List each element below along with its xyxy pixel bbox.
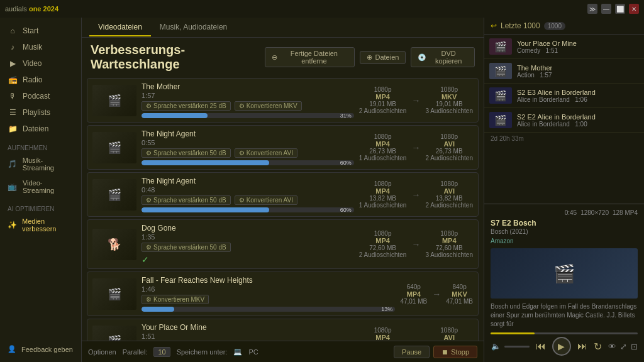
- right-panel-title: Letzte 1000: [501, 21, 540, 30]
- dvd-kopieren-button[interactable]: 💿 DVD kopieren: [411, 47, 475, 67]
- sidebar-item-video[interactable]: ▶ Video: [0, 55, 81, 72]
- recent-title: S2 E2 Alice in Borderland: [517, 113, 639, 121]
- thumb-placeholder: 🎬: [92, 326, 136, 341]
- section-ai: AI OPTIMIEREN: [0, 200, 81, 214]
- dvd-icon: 💿: [418, 53, 426, 62]
- folder-icon: 📁: [8, 124, 18, 133]
- player-repeat-button[interactable]: ↻: [594, 341, 602, 353]
- tab-musik-audiodateien[interactable]: Musik, Audiodateien: [151, 19, 236, 36]
- player-extra: 👁 ⤢ ⊡: [608, 342, 638, 351]
- parallel-value[interactable]: 10: [153, 347, 170, 357]
- op-badge: ⚙Sprache verstärken 50 dB: [142, 195, 231, 205]
- sidebar-item-start[interactable]: ⌂ Start: [0, 23, 81, 39]
- progress-label: 13%: [381, 306, 392, 312]
- spec-dest: 1080p MKV 19,01 MB 3 Audioschichten: [425, 86, 473, 114]
- cast-icon[interactable]: ⊡: [631, 342, 638, 351]
- sidebar-item-musik[interactable]: ♪ Musik: [0, 39, 81, 55]
- bottom-bar: Optionen Parallel: 10 Speichern unter: 💻…: [82, 341, 484, 362]
- spec-source: 640p MP4 47,01 MB: [400, 283, 427, 305]
- recent-item[interactable]: 🎬 S2 E2 Alice in Borderland Alice in Bor…: [484, 108, 644, 133]
- sidebar-item-video-streaming[interactable]: 📺 Video-Streaming: [0, 175, 81, 198]
- progress-fill: [142, 207, 269, 212]
- queue-item: 🎬 Your Place Or Mine 1:51 ⚙Sprache verst…: [87, 319, 479, 341]
- sidebar-item-medien-verbessern[interactable]: ✨ Medien verbessern: [0, 214, 81, 236]
- queue-specs: 1080p MP4 26,73 MB 1 Audioschichten → 10…: [359, 133, 473, 162]
- time-label: 2d 20h 33m: [484, 133, 644, 145]
- progress-fill: [142, 113, 208, 118]
- expand-button[interactable]: ≫: [587, 4, 597, 14]
- op-icon: ⚙: [239, 150, 245, 156]
- player-next-button[interactable]: ⏭: [577, 341, 587, 352]
- fertige-entfernen-button[interactable]: ⊖ Fertige Dateien entferne: [265, 47, 355, 67]
- recent-icon: ↩: [491, 21, 497, 30]
- eye-icon: 👁: [608, 342, 616, 351]
- dateien-button[interactable]: ⊕ Dateien: [360, 51, 406, 64]
- spec-arrow: →: [411, 96, 420, 106]
- queue-item-info: Dog Gone 1:35 ⚙Sprache verstärken 50 dB …: [142, 224, 354, 265]
- queue-item-ops: ⚙Sprache verstärken 50 dB ⚙Konvertieren …: [142, 195, 354, 205]
- playlist-icon: ☰: [8, 108, 18, 117]
- recent-item[interactable]: 🎬 S2 E3 Alice in Borderland Alice in Bor…: [484, 84, 644, 108]
- op-badge: ⚙Konvertieren MKV: [235, 101, 302, 111]
- op-badge: ⚙Konvertieren MKV: [142, 295, 209, 304]
- recent-subtitle: Alice in Borderland 1:00: [517, 121, 639, 128]
- pause-button[interactable]: Pause: [394, 346, 430, 358]
- queue-item: 🎬 Fall - Fear Reaches New Heights 1:46 ⚙…: [87, 272, 479, 316]
- queue-item-title: Your Place Or Mine: [142, 323, 354, 332]
- queue-thumbnail: 🎬: [92, 179, 136, 211]
- player-title: S7 E2 Bosch: [491, 219, 638, 228]
- sidebar-item-dateien[interactable]: 📁 Dateien: [0, 121, 81, 137]
- minus-circle-icon: ⊖: [272, 53, 277, 62]
- queue-list: 🎬 The Mother 1:57 ⚙Sprache verstärken 25…: [82, 75, 484, 341]
- spec-source: 1080p MP4 28,44 MB 1 Audioschichten: [359, 327, 407, 341]
- queue-item-title: Fall - Fear Reaches New Heights: [142, 276, 395, 285]
- queue-header: Verbesserungs-Warteschlange ⊖ Fertige Da…: [82, 38, 484, 75]
- progress-fill: [142, 307, 174, 312]
- recent-item[interactable]: 🎬 Your Place Or Mine Comedy 1:51: [484, 35, 644, 59]
- volume-bar[interactable]: [504, 346, 530, 348]
- save-destination: PC: [248, 348, 258, 356]
- sidebar-item-radio[interactable]: 📻 Radio: [0, 72, 81, 88]
- sidebar: ⌂ Start ♪ Musik ▶ Video 📻 Radio 🎙 Podcas…: [0, 18, 82, 362]
- queue-item-title: The Night Agent: [142, 177, 354, 185]
- spec-source: 1080p MP4 26,73 MB 1 Audioschichten: [359, 133, 407, 162]
- recent-thumbnail: 🎬: [489, 38, 512, 55]
- queue-item-ops: ⚙Sprache verstärken 50 dB ⚙Konvertieren …: [142, 148, 354, 158]
- fullscreen-icon[interactable]: ⤢: [620, 342, 627, 351]
- tab-videodateien[interactable]: Videodateien: [89, 19, 151, 36]
- op-icon: ⚙: [146, 150, 152, 156]
- sidebar-item-musik-streaming[interactable]: 🎵 Musik-Streaming: [0, 153, 81, 175]
- player-play-button[interactable]: ▶: [552, 337, 571, 356]
- player-resolution: 1280×720: [580, 209, 609, 216]
- progress-label: 60%: [340, 207, 352, 213]
- radio-icon: 📻: [8, 75, 18, 84]
- queue-thumbnail: 🎬: [92, 132, 136, 163]
- sidebar-item-playlists[interactable]: ☰ Playlists: [0, 104, 81, 121]
- spec-arrow: →: [432, 289, 441, 299]
- op-icon: ⚙: [239, 102, 245, 109]
- sidebar-item-podcast[interactable]: 🎙 Podcast: [0, 88, 81, 104]
- queue-item-ops: ⚙Sprache verstärken 50 dB: [142, 243, 354, 252]
- queue-item-duration: 1:46: [142, 285, 395, 293]
- bottom-right: Pause ⏹ Stopp: [394, 346, 477, 358]
- app-title: audials one 2024: [5, 5, 58, 13]
- player-source: Amazon: [491, 238, 638, 244]
- feedback-icon: 👤: [8, 345, 16, 353]
- recent-item[interactable]: 🎬 The Mother Action 1:57: [484, 59, 644, 84]
- close-button[interactable]: ✕: [629, 4, 639, 14]
- recent-info: S2 E3 Alice in Borderland Alice in Borde…: [517, 89, 639, 103]
- sidebar-feedback[interactable]: 👤 Feedback geben: [0, 341, 81, 357]
- plus-circle-icon: ⊕: [367, 53, 372, 62]
- main-content: Videodateien Musik, Audiodateien Verbess…: [82, 18, 484, 362]
- maximize-button[interactable]: ⬜: [615, 4, 625, 14]
- player-prev-button[interactable]: ⏮: [536, 341, 546, 352]
- queue-item-info: The Night Agent 0:55 ⚙Sprache verstärken…: [142, 129, 354, 165]
- stop-button[interactable]: ⏹ Stopp: [433, 346, 477, 358]
- spec-dest: 1080p AVI 13,82 MB 2 Audioschichten: [425, 180, 473, 209]
- recent-list: 🎬 Your Place Or Mine Comedy 1:51 🎬 The M…: [484, 35, 644, 204]
- video-stream-icon: 📺: [8, 182, 18, 191]
- queue-specs: 640p MP4 47,01 MB → 840p MKV 47,01 MB: [400, 283, 473, 305]
- minimize-button[interactable]: —: [601, 4, 611, 14]
- op-icon: ⚙: [239, 197, 245, 204]
- recent-info: Your Place Or Mine Comedy 1:51: [517, 40, 639, 54]
